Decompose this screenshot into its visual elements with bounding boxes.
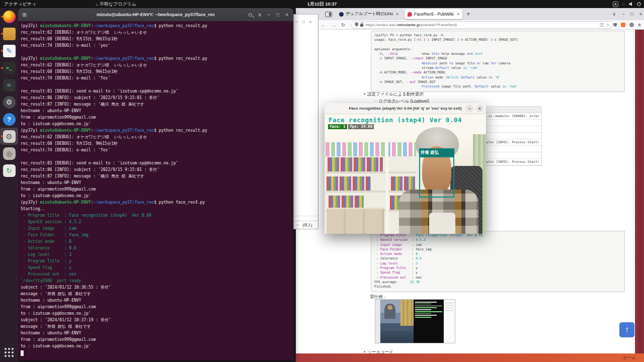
page-scrollbar[interactable] xyxy=(635,30,644,361)
webcam-view: 井筒 政弘 Face recognition (step4) Ver 0.04 … xyxy=(325,114,486,234)
storage-boxes xyxy=(327,208,384,234)
list-item-settings: 設定ファイルによる動作選択 xyxy=(364,92,424,98)
search-icon[interactable] xyxy=(249,13,252,17)
terminal-titlebar[interactable]: ⊞ mizutu@ubuntu-HP-ENVY: ~/workspace_py3… xyxy=(18,8,293,21)
minimize-button[interactable]: − xyxy=(295,20,298,24)
forward-button[interactable]: → xyxy=(331,22,336,28)
close-button[interactable]: × xyxy=(309,20,312,24)
dock-disks-icon[interactable]: ◎ xyxy=(0,145,18,162)
extension-shield-icon[interactable] xyxy=(613,23,617,27)
face-name-tag: 井筒 政弘 xyxy=(419,148,454,156)
minimize-button[interactable]: − xyxy=(267,12,270,18)
face-count-badge: face: 1 xyxy=(328,124,347,129)
gnome-top-bar: アクティビティ ▵ 不明なプログラム 1月12日 10:37 A ∴ xyxy=(0,0,644,8)
example-screenshot-thumbnail[interactable] xyxy=(375,299,455,343)
page-footer: ホーム xyxy=(296,353,644,362)
minimize-button[interactable]: − xyxy=(622,12,624,17)
lock-icon[interactable] xyxy=(360,24,363,27)
maximize-button[interactable]: □ xyxy=(276,12,279,18)
back-button[interactable]: ← xyxy=(321,22,326,28)
dock-files-icon[interactable] xyxy=(0,25,18,42)
list-tabs-button[interactable]: ∨ xyxy=(612,12,616,17)
tab-facerec6-pukiwiki[interactable]: FaceRec6 - PukiWiki × xyxy=(405,9,462,19)
bookmark-star-icon[interactable]: ☆ xyxy=(606,23,609,27)
volume-icon xyxy=(629,2,633,6)
dock-system-monitor-icon[interactable]: ≈ xyxy=(0,76,18,94)
power-icon xyxy=(637,2,641,6)
dock-settings-icon[interactable]: ⚙ xyxy=(0,94,18,111)
dock-terminal-icon[interactable]: >_ xyxy=(0,59,18,76)
dock-help-icon[interactable]: ? xyxy=(0,111,18,128)
face-window-titlebar[interactable]: Face recognition (step4) Ver 0.04 (hit '… xyxy=(325,103,486,114)
new-terminal-tab-icon[interactable]: ⊞ xyxy=(22,12,27,18)
insert-mode-indicator[interactable]: [挿入] xyxy=(302,223,312,228)
terminal-window: ⊞ mizutu@ubuntu-HP-ENVY: ~/workspace_py3… xyxy=(18,8,293,360)
network-icon: ∴ xyxy=(622,2,625,7)
focused-app-menu[interactable]: ▵ 不明なプログラム xyxy=(96,1,136,8)
status-bar: − [挿入] xyxy=(294,221,318,229)
thumb-page-edge xyxy=(444,300,455,343)
menu-icon[interactable]: ≡ xyxy=(258,12,261,18)
maximize-button[interactable]: □ xyxy=(302,20,305,24)
close-button[interactable]: × xyxy=(476,105,484,112)
terminal-title: mizutu@ubuntu-HP-ENVY: ~/workspace_py37/… xyxy=(97,12,215,17)
navigation-bar: ← → ↻ https://izutsu.aa0.netvolante.jp/p… xyxy=(296,20,644,30)
maximize-button[interactable]: □ xyxy=(630,12,633,17)
close-button[interactable]: × xyxy=(639,12,642,17)
fps-badge: fps: 24.60 xyxy=(348,124,374,129)
dash: − xyxy=(296,223,298,227)
tab-favicon xyxy=(339,12,344,17)
clock[interactable]: 1月12日 10:37 xyxy=(307,1,337,8)
thumb-browser-edge xyxy=(375,300,380,343)
system-tray[interactable]: A ∴ xyxy=(613,2,641,7)
thumb-webcam-photo xyxy=(380,300,414,343)
firefox-view-icon[interactable] xyxy=(325,12,332,17)
app-menu-icon[interactable]: ≡ xyxy=(638,22,641,28)
terminal-output[interactable]: (py37y) mizutu@ubuntu-HP-ENVY:~/workspac… xyxy=(18,21,293,360)
overlay-title: Face recognition (step4) Ver 0.04 xyxy=(329,116,462,124)
home-link[interactable]: ホーム xyxy=(623,355,636,361)
desktop: アクティビティ ▵ 不明なプログラム 1月12日 10:37 A ∴ ✎>_≈⚙… xyxy=(0,0,644,362)
dock-text-editor-icon[interactable]: ✎ xyxy=(0,42,18,59)
tab-bar: デュアルブート時のLinu × FaceRec6 - PukiWiki × + … xyxy=(296,8,644,20)
reload-button[interactable]: ↻ xyxy=(341,22,345,28)
activities-button[interactable]: アクティビティ xyxy=(4,1,36,8)
run-output-code-block: - Program title : Face recognition (step… xyxy=(371,231,625,292)
dock-software-icon[interactable]: ↻ xyxy=(0,162,18,179)
unknown-app-icon: ▵ xyxy=(96,2,98,7)
tab-dualboot[interactable]: デュアルブート時のLinu × xyxy=(336,9,400,19)
tab-close-icon[interactable]: × xyxy=(457,12,459,17)
minimize-button[interactable]: − xyxy=(466,105,473,112)
url-text: https://izutsu.aa0.netvolante.jp/pukiwik… xyxy=(365,23,598,27)
reader-mode-icon[interactable] xyxy=(600,23,604,27)
help-code-block: (py37y) PS > python face_rec4.py -husage… xyxy=(371,31,625,92)
face-recognition-window: Face recognition (step4) Ver 0.04 (hit '… xyxy=(325,103,486,234)
face-detection-box xyxy=(419,156,454,198)
input-method-indicator[interactable]: A xyxy=(613,2,618,7)
dock: ✎>_≈⚙?⚙◎↻ xyxy=(0,8,18,362)
tracking-shield-icon[interactable] xyxy=(355,23,358,27)
scroll-to-top-button[interactable]: ↑ xyxy=(619,322,634,337)
background-document-window: − □ × − [挿入] xyxy=(293,14,318,229)
shelf-frame xyxy=(386,142,388,234)
tab-close-icon[interactable]: × xyxy=(396,12,398,17)
new-tab-button[interactable]: + xyxy=(466,11,470,18)
thumb-terminal xyxy=(414,300,444,343)
account-icon[interactable] xyxy=(629,23,634,27)
url-bar[interactable]: https://izutsu.aa0.netvolante.jp/pukiwik… xyxy=(351,21,613,29)
show-applications-button[interactable] xyxy=(0,345,18,360)
dock-face-app-icon[interactable]: ⚙ xyxy=(0,128,18,145)
person-shirt xyxy=(429,213,455,234)
app-grid-icon xyxy=(5,348,7,350)
tab-favicon xyxy=(408,12,412,17)
close-button[interactable]: × xyxy=(285,12,288,18)
extension-icon[interactable] xyxy=(621,23,625,27)
dock-firefox-icon[interactable] xyxy=(0,8,18,25)
